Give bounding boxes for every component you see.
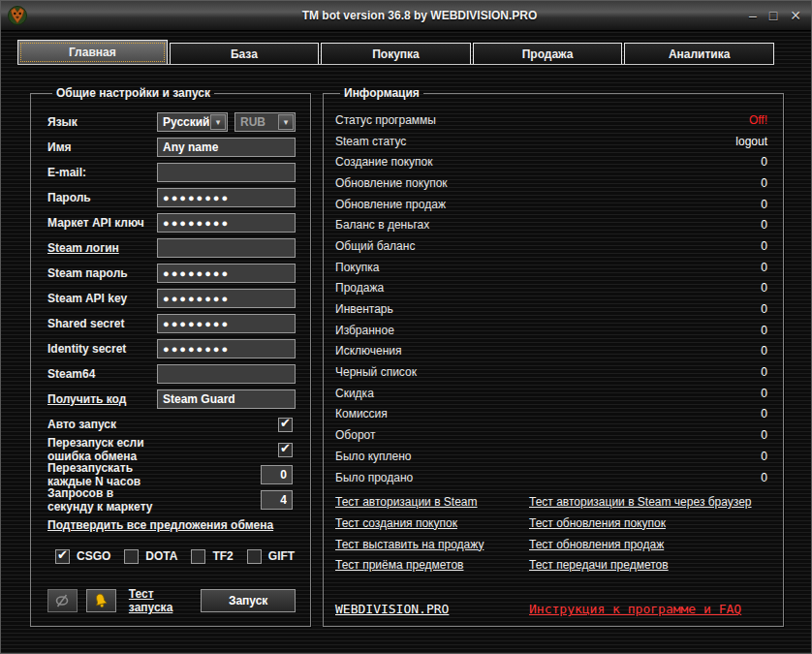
test-link[interactable]: Тест авторизации в Steam xyxy=(335,495,478,509)
info-value: 0 xyxy=(761,324,767,337)
test-link[interactable]: Тест создания покупок xyxy=(335,516,457,530)
email-field[interactable] xyxy=(157,163,296,182)
info-row: Исключения 0 xyxy=(335,341,767,362)
steam-login-link[interactable]: Steam логин xyxy=(47,241,157,255)
currency-select[interactable]: RUB ▾ xyxy=(234,112,296,132)
info-value: 0 xyxy=(761,198,767,211)
get-code-link[interactable]: Получить код xyxy=(47,392,157,406)
info-row: Скидка 0 xyxy=(335,383,767,404)
info-value: 0 xyxy=(761,450,767,463)
info-value: 0 xyxy=(761,407,767,420)
window-control-button[interactable]: ✕ xyxy=(790,1,801,30)
hide-button[interactable] xyxy=(47,589,78,612)
info-label: Продажа xyxy=(335,281,384,295)
info-value: 0 xyxy=(761,218,767,232)
autorun-checkbox[interactable] xyxy=(278,418,293,432)
password-row: Пароль xyxy=(47,185,296,210)
market-api-key-input[interactable] xyxy=(157,213,296,233)
start-button[interactable]: Запуск xyxy=(201,589,296,612)
info-row: Избранное 0 xyxy=(335,320,767,341)
test-link[interactable]: Тест передачи предметов xyxy=(529,558,669,572)
steam64-input[interactable] xyxy=(157,364,296,384)
info-label: Steam статус xyxy=(335,135,406,148)
webdivision-link[interactable]: WEBDIVISION.PRO xyxy=(335,602,449,616)
tab[interactable]: База xyxy=(170,43,320,64)
password-input[interactable] xyxy=(157,188,296,207)
info-value: 0 xyxy=(761,471,767,484)
language-label: Язык xyxy=(47,115,157,129)
info-row: Создание покупок 0 xyxy=(335,151,767,172)
chevron-down-icon[interactable]: ▾ xyxy=(278,114,294,130)
info-value: 0 xyxy=(761,428,767,442)
tab[interactable]: Продажа xyxy=(473,43,623,64)
game-checkbox[interactable] xyxy=(55,549,70,564)
info-row: Оборот 0 xyxy=(335,424,767,446)
test-run-link[interactable]: Тест запуска xyxy=(129,587,201,614)
restart-on-error-checkbox[interactable] xyxy=(278,443,293,457)
info-label: Было куплено xyxy=(335,450,412,463)
info-row: Продажа 0 xyxy=(335,278,767,299)
test-link-row: Тест создания покупок Тест обновления по… xyxy=(335,512,767,533)
info-row: Инвентарь 0 xyxy=(335,298,767,320)
info-row: Обновление продаж 0 xyxy=(335,194,767,215)
test-link[interactable]: Тест выставить на продажу xyxy=(335,538,484,551)
app-logo-icon[interactable] xyxy=(7,5,28,26)
game-toggle: GIFT xyxy=(247,549,295,564)
info-row: Обновление покупок 0 xyxy=(335,172,767,194)
info-row: Комиссия 0 xyxy=(335,404,767,425)
restart-hours-input[interactable] xyxy=(261,465,293,484)
steam-guard-code-input[interactable] xyxy=(157,389,296,409)
notification-button[interactable] xyxy=(86,589,116,612)
test-link-row: Тест выставить на продажу Тест обновлени… xyxy=(335,533,767,554)
info-row: Steam статус logout xyxy=(335,131,767,152)
requests-per-second-row: Запросов в секунду к маркету xyxy=(47,487,296,513)
info-value: 0 xyxy=(761,344,767,358)
tab[interactable]: Аналитика xyxy=(624,43,774,64)
test-link[interactable]: Тест приёма предметов xyxy=(335,558,464,572)
shared-secret-input[interactable] xyxy=(157,314,296,333)
restart-on-error-row: Перезапуск если ошибка обмена xyxy=(47,437,296,462)
information-title: Информация xyxy=(340,86,423,100)
game-checkbox[interactable] xyxy=(191,549,205,564)
info-value: 0 xyxy=(761,365,767,379)
chevron-down-icon[interactable]: ▾ xyxy=(210,114,226,130)
steam-password-input[interactable] xyxy=(157,264,296,283)
faq-link[interactable]: Инструкция к программе и FAQ xyxy=(529,602,741,616)
test-link-row: Тест приёма предметов Тест передачи пред… xyxy=(335,553,767,575)
information-panel: Информация Статус программы Off! Steam с… xyxy=(323,86,784,627)
game-label: DOTA xyxy=(145,549,177,563)
eye-slash-icon xyxy=(53,594,71,607)
tab[interactable]: Главная xyxy=(17,40,168,64)
language-select[interactable]: Русский ▾ xyxy=(157,112,228,132)
restart-hours-label: Перезапускать каждые N часов xyxy=(47,461,157,488)
requests-per-second-input[interactable] xyxy=(261,490,293,510)
confirm-all-trades-link[interactable]: Подтвердить все предложения обмена xyxy=(47,518,296,532)
identity-secret-input[interactable] xyxy=(157,339,296,358)
game-toggle: CSGO xyxy=(55,549,110,564)
test-link[interactable]: Тест авторизации в Steam через браузер xyxy=(529,495,752,509)
tab[interactable]: Покупка xyxy=(321,43,471,64)
restart-hours-row: Перезапускать каждые N часов xyxy=(47,462,296,487)
window-control-button[interactable]: – xyxy=(749,1,757,30)
info-label: Создание покупок xyxy=(335,155,432,169)
info-row: Баланс в деньгах 0 xyxy=(335,214,767,235)
window-control-button[interactable]: □ xyxy=(769,1,777,30)
steam-api-key-input[interactable] xyxy=(157,289,296,308)
autorun-label: Авто запуск xyxy=(47,418,157,431)
game-label: CSGO xyxy=(77,549,110,563)
info-row: Покупка 0 xyxy=(335,257,767,278)
info-label: Комиссия xyxy=(335,407,388,420)
info-value: Off! xyxy=(749,113,767,127)
name-input[interactable] xyxy=(157,138,296,157)
steam-login-input[interactable] xyxy=(157,238,296,258)
test-links: Тест авторизации в Steam Тест авторизаци… xyxy=(335,490,767,575)
test-link[interactable]: Тест обновления продаж xyxy=(529,538,664,551)
game-checkbox[interactable] xyxy=(124,549,139,564)
game-checkbox[interactable] xyxy=(247,549,262,564)
info-label: Покупка xyxy=(335,261,379,274)
window-controls: – □ ✕ xyxy=(749,1,801,30)
steam-api-key-row: Steam API key xyxy=(47,286,296,311)
general-settings-panel: Общие настройки и запуск Язык Русский ▾ … xyxy=(30,86,311,627)
requests-per-second-label: Запросов в секунду к маркету xyxy=(47,486,157,514)
test-link[interactable]: Тест обновления покупок xyxy=(529,516,666,530)
